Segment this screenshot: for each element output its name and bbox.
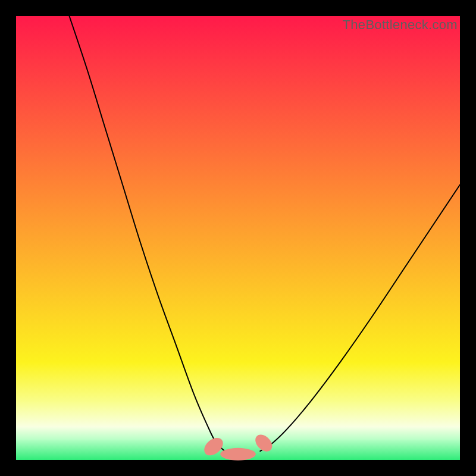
curve-group xyxy=(70,16,460,451)
curve-right-curve xyxy=(260,184,460,451)
watermark-text: TheBottleneck.com xyxy=(343,17,458,33)
curve-left-curve xyxy=(70,16,225,451)
bottom-blob-center xyxy=(220,448,256,461)
chart-curves xyxy=(0,0,476,476)
